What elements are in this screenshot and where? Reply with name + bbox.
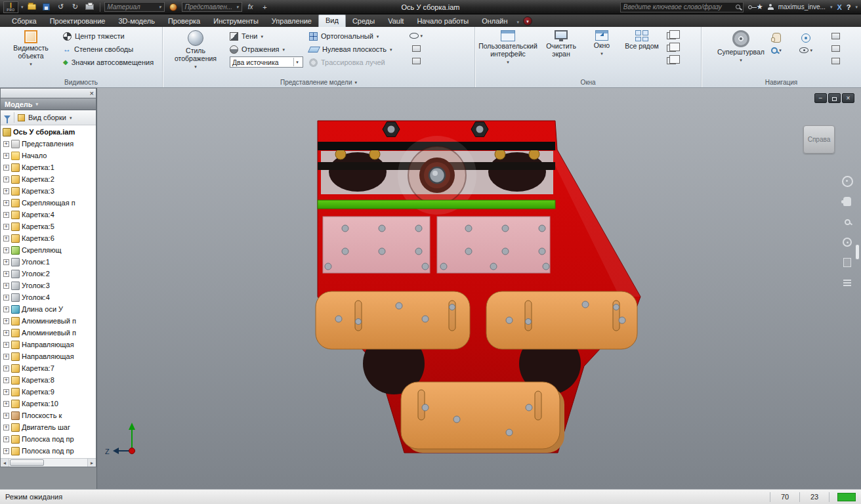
projection-option-1-button[interactable]: [409, 42, 423, 54]
panel-label-model-view[interactable]: Представление модели ▾: [163, 77, 474, 87]
expander-icon[interactable]: +: [3, 247, 9, 253]
nav-zoom-button[interactable]: [839, 214, 856, 230]
window-button[interactable]: Окно ▾: [584, 29, 620, 77]
expander-icon[interactable]: +: [3, 318, 9, 324]
save-button[interactable]: [41, 2, 52, 12]
zoom-selected-button[interactable]: [828, 54, 843, 67]
tree-item[interactable]: +Каретка:4: [1, 209, 96, 220]
tree-item[interactable]: +Уголок:3: [1, 280, 96, 291]
exchange-apps-button[interactable]: Х: [837, 3, 841, 11]
expander-icon[interactable]: +: [3, 188, 9, 194]
reflections-button[interactable]: Отражения ▾: [228, 43, 305, 56]
tree-item[interactable]: +Полоска под пр: [1, 445, 96, 457]
expander-icon[interactable]: +: [3, 141, 9, 147]
projection-option-2-button[interactable]: [409, 54, 423, 67]
scroll-left-arrow-icon[interactable]: ◂: [1, 459, 9, 467]
nav-look-at-button[interactable]: [839, 255, 856, 270]
imate-glyphs-button[interactable]: ◆ Значки автосовмещения: [61, 56, 156, 69]
tab-Начало работы[interactable]: Начало работы: [410, 16, 475, 27]
tree-item[interactable]: +Представления: [1, 138, 96, 150]
tree-item[interactable]: +Полоска под пр: [1, 433, 96, 445]
tree-item[interactable]: +Направляющая: [1, 350, 96, 362]
navbar-handle[interactable]: [855, 244, 860, 260]
expander-icon[interactable]: +: [3, 389, 9, 395]
nav-menu-button[interactable]: [839, 275, 856, 291]
parameters-fx-button[interactable]: fx: [245, 2, 257, 12]
clean-screen-button[interactable]: Очистить экран: [540, 29, 582, 77]
undo-button[interactable]: ↺: [55, 2, 67, 12]
viewport[interactable]: Z − × Справа: [96, 88, 861, 489]
browser-header[interactable]: Модель ▾: [1, 98, 96, 110]
tree-item[interactable]: +Двигатель шаг: [1, 421, 96, 433]
tab-3D-модель[interactable]: 3D-модель: [112, 16, 161, 27]
material-combo[interactable]: Материал ▾: [104, 2, 165, 12]
expander-icon[interactable]: +: [3, 177, 9, 182]
expander-icon[interactable]: +: [3, 224, 9, 230]
tree-item[interactable]: +Каретка:9: [1, 386, 96, 398]
expander-icon[interactable]: +: [3, 413, 9, 419]
doc-minimize-button[interactable]: −: [814, 93, 827, 103]
help-button[interactable]: ?: [847, 3, 851, 11]
filter-funnel-icon[interactable]: [4, 116, 10, 119]
zoom-all-button[interactable]: [828, 30, 843, 42]
arrange-windows-button[interactable]: [664, 42, 679, 54]
tabs-overflow-arrow-icon[interactable]: ▾: [517, 20, 520, 24]
help-menu-arrow-icon[interactable]: ▾: [855, 5, 858, 9]
tree-item[interactable]: +Направляющая: [1, 339, 96, 350]
expander-icon[interactable]: +: [3, 354, 9, 360]
search-input[interactable]: [623, 3, 733, 10]
tab-Вид[interactable]: Вид: [318, 14, 346, 27]
tree-item[interactable]: +Скрепляющ: [1, 244, 96, 256]
user-interface-button[interactable]: Пользовательский интерфейс ▾: [478, 29, 538, 77]
tile-all-button[interactable]: Все рядом: [621, 29, 662, 77]
tree-item[interactable]: +Каретка:7: [1, 362, 96, 374]
orthographic-button[interactable]: Ортогональный ▾: [307, 30, 407, 43]
expander-icon[interactable]: +: [3, 295, 9, 301]
measure-button[interactable]: +: [259, 2, 271, 12]
print-button[interactable]: [84, 2, 96, 12]
expander-icon[interactable]: +: [3, 259, 9, 265]
app-menu-arrow-icon[interactable]: ▾: [21, 5, 24, 9]
user-menu-arrow-icon[interactable]: ▾: [830, 5, 833, 9]
inventor-logo[interactable]: I PRO: [3, 1, 18, 13]
center-of-gravity-button[interactable]: Центр тяжести: [61, 30, 156, 43]
expander-icon[interactable]: +: [3, 200, 9, 206]
tree-item[interactable]: +Алюминиевый п: [1, 327, 96, 339]
pan-button[interactable]: [769, 32, 784, 44]
expander-icon[interactable]: +: [3, 212, 9, 218]
tree-item[interactable]: +Уголок:2: [1, 268, 96, 280]
tree-item[interactable]: +Уголок:4: [1, 291, 96, 303]
expander-icon[interactable]: +: [3, 330, 9, 336]
key-icon[interactable]: [748, 5, 752, 9]
ribbon-options-button[interactable]: ▾: [523, 16, 532, 26]
tree-item[interactable]: +Каретка:10: [1, 398, 96, 410]
object-visibility-button[interactable]: Видимость объекта ▾: [3, 29, 59, 77]
tree-item[interactable]: +Скрепляющая п: [1, 197, 96, 209]
expander-icon[interactable]: +: [3, 236, 9, 242]
tree-item[interactable]: +Каретка:6: [1, 232, 96, 244]
tree-item[interactable]: +Каретка:1: [1, 161, 96, 173]
tree-item[interactable]: +Плоскость к: [1, 410, 96, 421]
expander-icon[interactable]: +: [3, 366, 9, 371]
tree-item[interactable]: +Уголок:1: [1, 256, 96, 268]
doc-close-button[interactable]: ×: [842, 93, 854, 103]
cascade-windows-button[interactable]: [664, 30, 679, 42]
signed-in-user[interactable]: maximus_inve...: [778, 3, 826, 10]
assembly-view-label[interactable]: Вид сборки: [28, 114, 66, 121]
view-camera-dropdown[interactable]: ▾: [409, 30, 423, 42]
expander-icon[interactable]: +: [3, 401, 9, 407]
scrollbar-track[interactable]: [9, 459, 87, 467]
expander-icon[interactable]: +: [3, 448, 9, 454]
viewcube[interactable]: Справа: [803, 125, 835, 154]
open-button[interactable]: [26, 2, 38, 12]
chevron-down-icon[interactable]: ▾: [70, 116, 72, 120]
tab-Проверка[interactable]: Проверка: [161, 16, 207, 27]
zoom-button[interactable]: ▾: [769, 44, 784, 56]
look-at-button[interactable]: ▾: [799, 44, 813, 56]
expander-icon[interactable]: +: [3, 377, 9, 383]
lighting-combo[interactable]: Два источника ▾: [230, 56, 303, 68]
expander-icon[interactable]: +: [3, 153, 9, 159]
nav-pan-button[interactable]: [839, 194, 856, 209]
scrollbar-thumb[interactable]: [10, 459, 44, 466]
shadows-button[interactable]: Тени ▾: [228, 30, 305, 43]
